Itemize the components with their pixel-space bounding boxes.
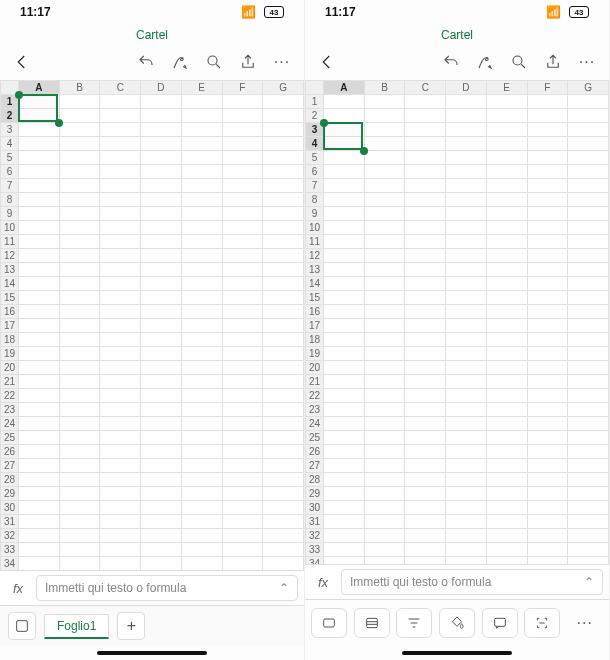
cell-F34[interactable]	[222, 557, 263, 571]
cell-B15[interactable]	[59, 291, 100, 305]
cell-A28[interactable]	[19, 473, 60, 487]
row-header-6[interactable]: 6	[306, 165, 324, 179]
cell-A12[interactable]	[19, 249, 60, 263]
cell-D32[interactable]	[141, 529, 182, 543]
cell-E24[interactable]	[486, 417, 527, 431]
row-header-19[interactable]: 19	[1, 347, 19, 361]
row-header-30[interactable]: 30	[306, 501, 324, 515]
col-header-D[interactable]: D	[141, 81, 182, 95]
cell-E30[interactable]	[486, 501, 527, 515]
cell-A15[interactable]	[19, 291, 60, 305]
cell-G8[interactable]	[568, 193, 609, 207]
row-header-14[interactable]: 14	[306, 277, 324, 291]
row-header-31[interactable]: 31	[306, 515, 324, 529]
cell-E28[interactable]	[486, 473, 527, 487]
row-header-12[interactable]: 12	[1, 249, 19, 263]
cell-A9[interactable]	[324, 207, 365, 221]
cell-F31[interactable]	[222, 515, 263, 529]
cell-A4[interactable]	[324, 137, 365, 151]
cell-F18[interactable]	[222, 333, 263, 347]
row-header-19[interactable]: 19	[306, 347, 324, 361]
cell-F26[interactable]	[222, 445, 263, 459]
cell-D21[interactable]	[141, 375, 182, 389]
cell-B20[interactable]	[59, 361, 100, 375]
row-header-10[interactable]: 10	[1, 221, 19, 235]
cell-E22[interactable]	[181, 389, 222, 403]
cell-E21[interactable]	[181, 375, 222, 389]
formula-input[interactable]: Immetti qui testo o formula ⌃	[341, 569, 603, 595]
cell-G26[interactable]	[263, 445, 304, 459]
cell-C27[interactable]	[100, 459, 141, 473]
cell-F32[interactable]	[527, 529, 568, 543]
cell-C32[interactable]	[100, 529, 141, 543]
cell-E34[interactable]	[486, 557, 527, 565]
cell-A29[interactable]	[324, 487, 365, 501]
cell-A24[interactable]	[19, 417, 60, 431]
cell-E19[interactable]	[181, 347, 222, 361]
cell-E18[interactable]	[181, 333, 222, 347]
cell-C6[interactable]	[100, 165, 141, 179]
cell-B28[interactable]	[364, 473, 405, 487]
cell-C6[interactable]	[405, 165, 446, 179]
col-header-B[interactable]: B	[364, 81, 405, 95]
row-header-9[interactable]: 9	[1, 207, 19, 221]
cell-F21[interactable]	[222, 375, 263, 389]
row-header-8[interactable]: 8	[306, 193, 324, 207]
row-header-29[interactable]: 29	[1, 487, 19, 501]
cell-E13[interactable]	[486, 263, 527, 277]
cell-D11[interactable]	[446, 235, 487, 249]
cell-E31[interactable]	[181, 515, 222, 529]
cell-C24[interactable]	[100, 417, 141, 431]
cell-C30[interactable]	[100, 501, 141, 515]
cell-G31[interactable]	[263, 515, 304, 529]
cell-D33[interactable]	[141, 543, 182, 557]
cell-B2[interactable]	[364, 109, 405, 123]
cell-E16[interactable]	[181, 305, 222, 319]
cell-B10[interactable]	[364, 221, 405, 235]
cell-G29[interactable]	[568, 487, 609, 501]
cell-F34[interactable]	[527, 557, 568, 565]
row-header-18[interactable]: 18	[306, 333, 324, 347]
cell-D17[interactable]	[141, 319, 182, 333]
cell-G34[interactable]	[568, 557, 609, 565]
col-header-A[interactable]: A	[324, 81, 365, 95]
cell-B12[interactable]	[59, 249, 100, 263]
cell-C7[interactable]	[405, 179, 446, 193]
cell-A3[interactable]	[324, 123, 365, 137]
cell-C8[interactable]	[100, 193, 141, 207]
cell-C24[interactable]	[405, 417, 446, 431]
cell-C30[interactable]	[405, 501, 446, 515]
cell-A7[interactable]	[19, 179, 60, 193]
cell-A11[interactable]	[324, 235, 365, 249]
cell-D12[interactable]	[446, 249, 487, 263]
cell-G33[interactable]	[568, 543, 609, 557]
row-header-4[interactable]: 4	[306, 137, 324, 151]
cell-B7[interactable]	[364, 179, 405, 193]
cell-F10[interactable]	[527, 221, 568, 235]
cell-A18[interactable]	[19, 333, 60, 347]
cell-D19[interactable]	[446, 347, 487, 361]
cell-B14[interactable]	[364, 277, 405, 291]
undo-button[interactable]	[134, 50, 158, 74]
cell-G11[interactable]	[263, 235, 304, 249]
home-indicator[interactable]	[305, 646, 609, 660]
cell-C21[interactable]	[100, 375, 141, 389]
cell-G9[interactable]	[263, 207, 304, 221]
cell-C16[interactable]	[100, 305, 141, 319]
row-header-33[interactable]: 33	[1, 543, 19, 557]
cell-C26[interactable]	[100, 445, 141, 459]
cell-A20[interactable]	[19, 361, 60, 375]
cell-F33[interactable]	[222, 543, 263, 557]
cell-F14[interactable]	[222, 277, 263, 291]
cell-C9[interactable]	[100, 207, 141, 221]
cell-A23[interactable]	[324, 403, 365, 417]
row-header-12[interactable]: 12	[306, 249, 324, 263]
more-actions-button[interactable]: ···	[567, 608, 603, 638]
cell-E27[interactable]	[486, 459, 527, 473]
row-header-33[interactable]: 33	[306, 543, 324, 557]
share-button[interactable]	[236, 50, 260, 74]
row-header-15[interactable]: 15	[1, 291, 19, 305]
cell-B8[interactable]	[364, 193, 405, 207]
back-button[interactable]	[315, 50, 339, 74]
scan-button[interactable]	[524, 608, 560, 638]
